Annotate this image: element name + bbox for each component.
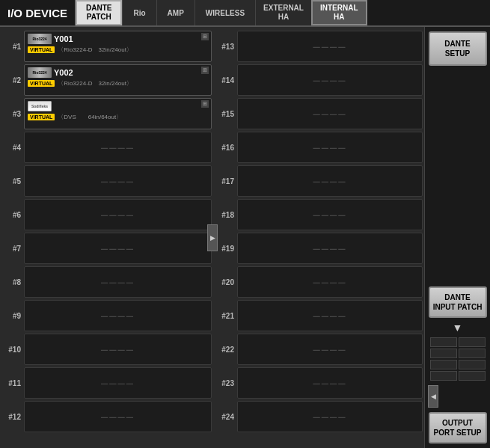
device-slot-21[interactable]: ──── (237, 300, 423, 331)
tab-dante-patch[interactable]: DANTE PATCH (76, 0, 122, 25)
device-slot-13[interactable]: ──── (237, 31, 423, 62)
row-label-7: #7 (4, 245, 24, 253)
device-slot-23[interactable]: ──── (237, 367, 423, 399)
row-label-10: #10 (4, 346, 24, 354)
virtual-badge-2: VIRTUAL (28, 80, 55, 87)
device-row-2[interactable]: #2 ⊞ Rio3224 Y002 VIRTUAL 〈Rio3224-D 32i… (4, 64, 212, 96)
device-row-4[interactable]: #4 ──── (4, 131, 212, 164)
device-slot-10[interactable]: ──── (24, 334, 212, 365)
device-icon-2: Rio3224 (28, 67, 52, 78)
device-row-22[interactable]: #22 ──── (215, 333, 423, 366)
virtual-badge-3: VIRTUAL (28, 114, 55, 120)
device-row-18[interactable]: #18 ──── (215, 198, 423, 231)
row-label-9: #9 (4, 312, 24, 320)
right-column: ▶ #13 ──── #14 ──── #15 ──── #16 ──── #1… (213, 27, 424, 448)
header: I/O DEVICE DANTE PATCH Rio AMP WIRELESS … (0, 0, 490, 27)
device-row-6[interactable]: #6 ──── (4, 198, 212, 231)
row-label-13: #13 (215, 43, 237, 51)
row-label-8: #8 (4, 278, 24, 286)
body: #1 ⊞ Rio3224 Y001 VIRTUAL 〈Rio3224-D 32i… (0, 27, 490, 448)
arrow-left-btn[interactable]: ◀ (428, 385, 438, 408)
device-row-5[interactable]: #5 ──── (4, 165, 212, 197)
device-slot-3[interactable]: ⊞ Sodifleks VIRTUAL 〈DVS 64in/64out〉 (24, 98, 212, 129)
chevron-down-btn[interactable]: ▼ (453, 322, 463, 333)
device-row-10[interactable]: #10 ──── (4, 333, 212, 366)
device-slot-2[interactable]: ⊞ Rio3224 Y002 VIRTUAL 〈Rio3224-D 32in/2… (24, 64, 212, 96)
device-row-8[interactable]: #8 ──── (4, 266, 212, 298)
device-row-14[interactable]: #14 ──── (215, 64, 423, 96)
row-label-16: #16 (215, 144, 237, 152)
device-slot-7[interactable]: ──── (24, 233, 212, 264)
tab-rio[interactable]: Rio (122, 0, 156, 25)
row-label-2: #2 (4, 76, 24, 85)
device-slot-19[interactable]: ──── (237, 233, 423, 264)
device-row-20[interactable]: #20 ──── (215, 266, 423, 298)
device-info-2: 〈Rio3224-D 32in/24out〉 (58, 79, 132, 88)
device-row-16[interactable]: #16 ──── (215, 131, 423, 164)
row-label-21: #21 (215, 312, 237, 320)
device-slot-17[interactable]: ──── (237, 165, 423, 197)
tab-internal-ha[interactable]: INTERNAL HA (311, 0, 367, 25)
tab-amp[interactable]: AMP (156, 0, 195, 25)
row-label-22: #22 (215, 346, 237, 354)
row-label-12: #12 (4, 413, 24, 421)
device-slot-12[interactable]: ──── (24, 401, 212, 432)
row-label-18: #18 (215, 211, 237, 219)
device-slot-18[interactable]: ──── (237, 199, 423, 230)
device-slot-5[interactable]: ──── (24, 165, 212, 197)
device-info-3: 〈DVS 64in/64out〉 (58, 113, 122, 121)
tab-external-ha[interactable]: EXTERNAL HA (255, 0, 311, 25)
virtual-badge-1: VIRTUAL (28, 46, 55, 53)
output-port-setup-button[interactable]: OUTPUT PORT SETUP (429, 412, 487, 444)
row-label-19: #19 (215, 245, 237, 253)
device-row-11[interactable]: #11 ──── (4, 366, 212, 399)
device-row-23[interactable]: #23 ──── (215, 366, 423, 399)
right-sidebar: DANTE SETUP DANTE INPUT PATCH ▼ ◀ OUTPUT… (424, 27, 490, 448)
device-slot-24[interactable]: ──── (237, 401, 423, 432)
row-label-6: #6 (4, 211, 24, 219)
device-icon-3: Sodifleks (28, 101, 52, 111)
device-row-3[interactable]: #3 ⊞ Sodifleks VIRTUAL 〈DVS 64in/64out (4, 97, 212, 130)
device-slot-11[interactable]: ──── (24, 367, 212, 399)
device-row-15[interactable]: #15 ──── (215, 97, 423, 130)
left-column: #1 ⊞ Rio3224 Y001 VIRTUAL 〈Rio3224-D 32i… (0, 27, 213, 448)
device-slot-4[interactable]: ──── (24, 132, 212, 163)
row-label-11: #11 (4, 379, 24, 387)
device-row-1[interactable]: #1 ⊞ Rio3224 Y001 VIRTUAL 〈Rio3224-D 32i… (4, 30, 212, 63)
device-row-24[interactable]: #24 ──── (215, 400, 423, 433)
device-row-9[interactable]: #9 ──── (4, 299, 212, 332)
device-row-19[interactable]: #19 ──── (215, 232, 423, 265)
device-info-1: 〈Rio3224-D 32in/24out〉 (58, 46, 132, 54)
row-label-5: #5 (4, 177, 24, 185)
device-slot-15[interactable]: ──── (237, 98, 423, 129)
row-label-17: #17 (215, 177, 237, 185)
row-label-15: #15 (215, 110, 237, 118)
dante-input-patch-button[interactable]: DANTE INPUT PATCH (429, 286, 487, 318)
device-slot-16[interactable]: ──── (237, 132, 423, 163)
device-slot-9[interactable]: ──── (24, 300, 212, 331)
device-row-17[interactable]: #17 ──── (215, 165, 423, 197)
device-slot-22[interactable]: ──── (237, 334, 423, 365)
arrow-right-btn[interactable]: ▶ (207, 224, 218, 251)
device-row-21[interactable]: #21 ──── (215, 299, 423, 332)
device-row-7[interactable]: #7 ──── (4, 232, 212, 265)
device-icon-1: Rio3224 (28, 34, 52, 44)
row-label-20: #20 (215, 278, 237, 286)
row-label-23: #23 (215, 379, 237, 387)
device-slot-14[interactable]: ──── (237, 64, 423, 96)
device-name-2: Y002 (54, 68, 73, 77)
row-label-24: #24 (215, 413, 237, 421)
device-slot-1[interactable]: ⊞ Rio3224 Y001 VIRTUAL 〈Rio3224-D 32in/2… (24, 31, 212, 62)
device-row-12[interactable]: #12 ──── (4, 400, 212, 433)
row-label-3: #3 (4, 110, 24, 118)
device-slot-6[interactable]: ──── (24, 199, 212, 230)
tab-wireless[interactable]: WIRELESS (195, 0, 255, 25)
dante-setup-button[interactable]: DANTE SETUP (429, 31, 487, 66)
app-container: I/O DEVICE DANTE PATCH Rio AMP WIRELESS … (0, 0, 490, 448)
app-title: I/O DEVICE (0, 0, 76, 25)
device-row-13[interactable]: #13 ──── (215, 30, 423, 63)
device-name-1: Y001 (54, 34, 73, 43)
device-slot-20[interactable]: ──── (237, 266, 423, 298)
device-slot-8[interactable]: ──── (24, 266, 212, 298)
row-label-1: #1 (4, 43, 24, 51)
